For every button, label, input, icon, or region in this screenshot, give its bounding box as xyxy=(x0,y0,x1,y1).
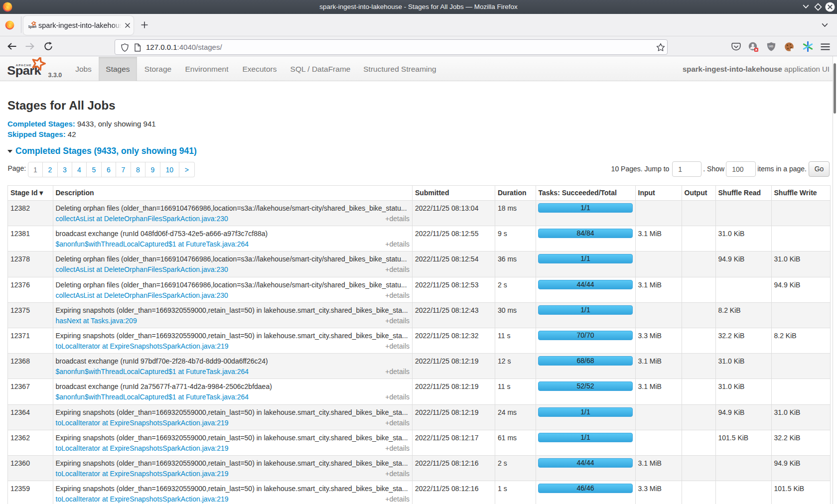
svg-text:UO: UO xyxy=(769,45,773,48)
